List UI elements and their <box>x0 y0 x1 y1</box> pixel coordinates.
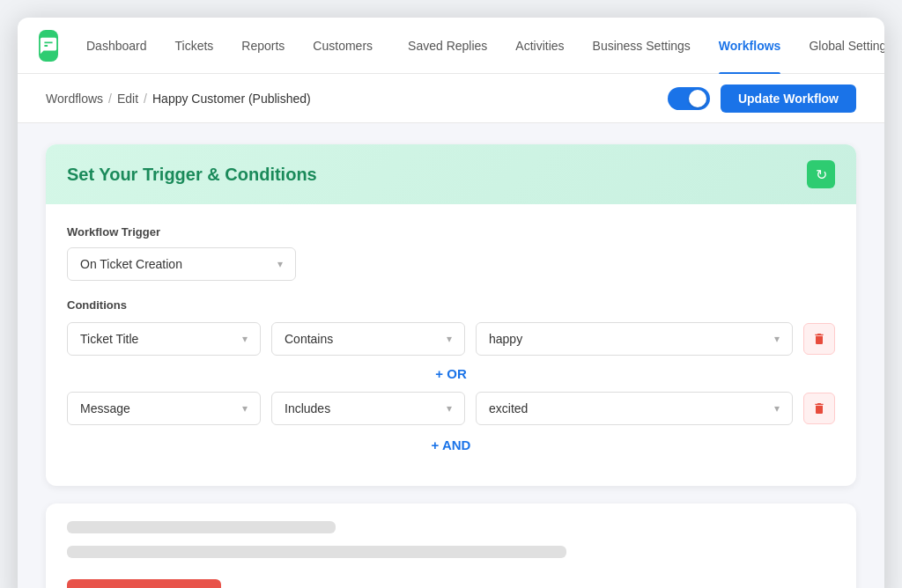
card-body: Workflow Trigger On Ticket Creation ▾ Co… <box>46 204 856 486</box>
condition-value-1[interactable]: happy ▾ <box>476 322 793 356</box>
nav-workflows[interactable]: Workflows <box>705 18 795 74</box>
condition-value-2-text: excited <box>489 401 528 415</box>
condition-value-1-text: happy <box>489 332 522 346</box>
condition-field-1[interactable]: Ticket Title ▾ <box>67 322 261 356</box>
nav-reports[interactable]: Reports <box>227 18 299 74</box>
condition-op-2-chevron: ▾ <box>447 402 452 415</box>
refresh-button[interactable]: ↻ <box>807 160 835 188</box>
condition-row-1: Ticket Title ▾ Contains ▾ happy ▾ <box>67 322 835 356</box>
breadcrumb-edit[interactable]: Edit <box>117 92 138 106</box>
nav-tickets[interactable]: Tickets <box>161 18 228 74</box>
or-divider[interactable]: + OR <box>67 356 835 392</box>
delete-condition-2[interactable] <box>803 393 835 424</box>
condition-op-1-value: Contains <box>285 332 333 346</box>
condition-row-2: Message ▾ Includes ▾ excited ▾ <box>67 392 835 425</box>
delete-condition-1[interactable] <box>803 323 835 355</box>
condition-op-1[interactable]: Contains ▾ <box>271 322 465 356</box>
breadcrumb-bar: Wordflows / Edit / Happy Customer (Publi… <box>18 74 884 123</box>
condition-op-2-value: Includes <box>285 401 330 415</box>
condition-value-2[interactable]: excited ▾ <box>476 392 793 425</box>
breadcrumb-actions: Update Workflow <box>668 85 856 113</box>
nav-saved-replies[interactable]: Saved Replies <box>394 18 501 74</box>
nav-right: Saved Replies Activities Business Settin… <box>394 18 884 74</box>
and-divider[interactable]: + AND <box>67 425 835 465</box>
action-placeholder-row-2 <box>67 546 566 558</box>
nav-customers[interactable]: Customers <box>299 18 387 74</box>
card-title: Set Your Trigger & Conditions <box>67 165 317 185</box>
breadcrumb: Wordflows / Edit / Happy Customer (Publi… <box>46 92 311 106</box>
condition-field-2[interactable]: Message ▾ <box>67 392 261 425</box>
condition-field-1-chevron: ▾ <box>242 333 248 345</box>
condition-field-2-value: Message <box>80 401 130 415</box>
trigger-label: Workflow Trigger <box>67 225 835 239</box>
trigger-select-chevron: ▾ <box>277 258 283 270</box>
trigger-select-value: On Ticket Creation <box>80 257 182 271</box>
breadcrumb-current: Happy Customer (Published) <box>152 92 311 106</box>
workflow-toggle[interactable] <box>668 87 710 110</box>
action-section: Add Another Action <box>46 503 856 588</box>
add-another-action-button[interactable]: Add Another Action <box>67 579 221 588</box>
action-placeholder-row-1 <box>67 521 336 533</box>
condition-op-2[interactable]: Includes ▾ <box>271 392 465 425</box>
update-workflow-button[interactable]: Update Workflow <box>721 85 856 113</box>
nav-business-settings[interactable]: Business Settings <box>579 18 705 74</box>
condition-op-1-chevron: ▾ <box>447 333 452 345</box>
nav-left: Dashboard Tickets Reports Customers <box>72 18 387 74</box>
condition-value-1-chevron: ▾ <box>774 333 780 345</box>
breadcrumb-sep1: / <box>108 92 112 106</box>
trigger-conditions-card: Set Your Trigger & Conditions ↻ Workflow… <box>46 144 856 486</box>
conditions-label: Conditions <box>67 298 835 312</box>
breadcrumb-root[interactable]: Wordflows <box>46 92 103 106</box>
condition-field-2-chevron: ▾ <box>242 402 248 415</box>
nav-activities[interactable]: Activities <box>501 18 578 74</box>
card-header: Set Your Trigger & Conditions ↻ <box>46 144 856 204</box>
breadcrumb-sep2: / <box>144 92 147 106</box>
top-navigation: Dashboard Tickets Reports Customers Save… <box>18 18 884 74</box>
workflow-trigger-select[interactable]: On Ticket Creation ▾ <box>67 247 296 281</box>
condition-value-2-chevron: ▾ <box>774 402 780 415</box>
nav-global-settings[interactable]: Global Settings <box>795 18 884 74</box>
nav-dashboard[interactable]: Dashboard <box>72 18 161 74</box>
app-logo <box>39 30 58 62</box>
main-content: Set Your Trigger & Conditions ↻ Workflow… <box>18 123 884 588</box>
condition-field-1-value: Ticket Title <box>80 332 138 346</box>
